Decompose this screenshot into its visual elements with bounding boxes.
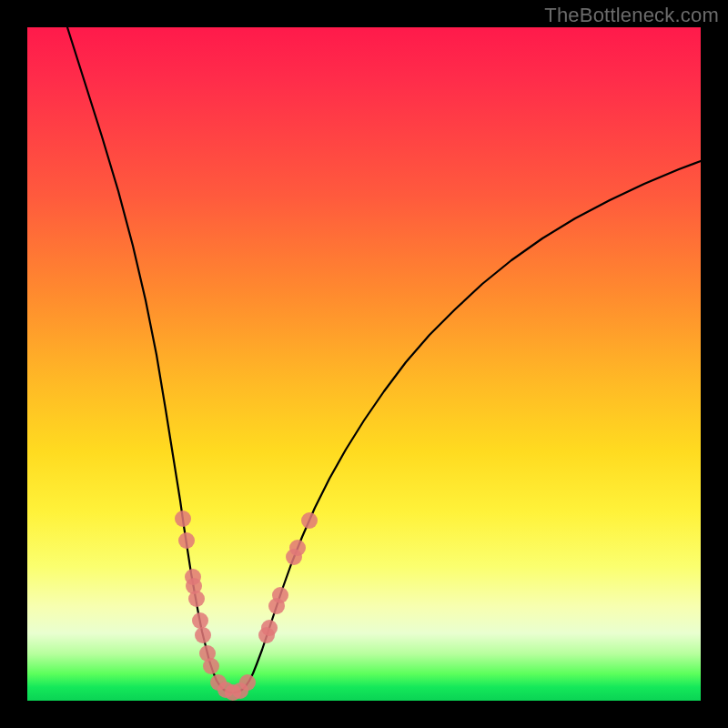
curve-marker: [175, 511, 191, 527]
bottleneck-curve-svg: [27, 27, 701, 701]
curve-marker: [301, 512, 318, 529]
curve-marker: [272, 587, 288, 603]
curve-marker: [188, 591, 205, 607]
chart-frame: TheBottleneck.com: [0, 0, 728, 728]
curve-marker: [261, 620, 278, 636]
curve-marker: [289, 540, 306, 556]
curve-marker: [239, 674, 256, 691]
curve-marker: [178, 532, 195, 549]
bottleneck-curve: [67, 27, 701, 693]
watermark-text: TheBottleneck.com: [544, 4, 719, 27]
curve-markers: [175, 511, 318, 701]
plot-area: [27, 27, 701, 701]
curve-marker: [192, 612, 208, 629]
curve-marker: [203, 658, 219, 674]
curve-marker: [195, 627, 211, 643]
